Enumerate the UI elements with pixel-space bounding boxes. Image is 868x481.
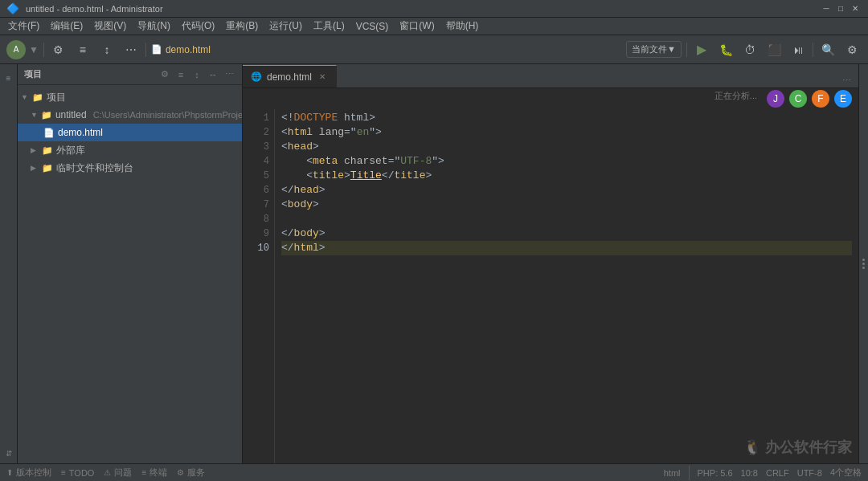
side-icon-2[interactable]: ⇵: [2, 446, 16, 460]
breadcrumb-file-icon: 📄: [151, 44, 162, 55]
panel-action-expand[interactable]: ↔: [207, 68, 219, 81]
code-line-9: </body>: [281, 226, 852, 241]
code-editor[interactable]: <!DOCTYPE html> <html lang="en"> <head> …: [275, 109, 858, 463]
right-collapse-button[interactable]: [858, 64, 868, 463]
tree-arrow-external: ▶: [31, 146, 39, 154]
sort-icon[interactable]: ↕: [97, 40, 117, 59]
status-bar: ⬆ 版本控制 ≡ TODO ⚠ 问题 ≡ 终端 ⚙ 服务 html PHP: 5…: [0, 463, 868, 481]
menu-code[interactable]: 代码(O): [177, 18, 219, 35]
status-bar-right: html PHP: 5.6 10:8 CRLF UTF-8 4个空格: [664, 466, 862, 480]
tree-arrow: ▼: [21, 93, 29, 101]
demo-html-icon: 📄: [43, 127, 55, 138]
status-todo[interactable]: ≡ TODO: [61, 468, 94, 478]
menu-view[interactable]: 视图(V): [89, 18, 131, 35]
tab-file-icon: 🌐: [251, 71, 262, 82]
current-file-dropdown[interactable]: 当前文件▼: [626, 41, 682, 58]
project-panel-actions: ⚙ ≡ ↕ ↔ ⋯: [158, 68, 235, 81]
browser-icon-chrome[interactable]: C: [789, 90, 807, 108]
tree-item-demo-html[interactable]: 📄 demo.html: [18, 124, 242, 141]
editor-info-bar: 正在分析... J C F E: [243, 88, 858, 109]
tab-demo-html[interactable]: 🌐 demo.html ✕: [243, 65, 337, 88]
line-num-2: 2: [248, 125, 269, 140]
search-icon[interactable]: 🔍: [818, 40, 837, 59]
settings-icon[interactable]: ⚙: [49, 40, 68, 59]
status-terminal[interactable]: ≡ 终端: [141, 467, 167, 479]
gear-icon[interactable]: ⚙: [842, 40, 862, 59]
editor-area: 🌐 demo.html ✕ ⋯ 正在分析... J C F E 1: [243, 64, 858, 463]
tree-arrow-temp: ▶: [31, 164, 39, 172]
panel-action-list[interactable]: ≡: [174, 68, 187, 81]
analyzing-status: 正在分析...: [714, 90, 757, 108]
code-line-3: <head>: [281, 140, 852, 154]
menu-window[interactable]: 窗口(W): [395, 18, 439, 35]
coverage-icon[interactable]: ⬛: [764, 40, 784, 59]
run-button[interactable]: ▶: [692, 40, 711, 59]
line-num-4: 4: [248, 154, 269, 169]
editor-content[interactable]: 1 2 3 4 5 6 7 8 9 10 <!DOCTYPE html> <ht…: [243, 109, 858, 463]
terminal-icon: ≡: [141, 468, 146, 477]
browser-icon-jetbrains[interactable]: J: [767, 90, 784, 108]
project-panel-title: 项目: [24, 68, 42, 80]
tree-path-untitled: C:\Users\Administrator\PhpstormProjects\…: [93, 110, 242, 120]
profile-icon[interactable]: ⏱: [740, 40, 760, 59]
run-config-icon[interactable]: ⏯: [788, 40, 808, 59]
external-lib-icon: 📁: [42, 145, 53, 156]
status-vc-label: 版本控制: [16, 467, 51, 479]
toolbar-left: A ▼ ⚙ ≡ ↕ ⋯ 📄 demo.html: [6, 40, 211, 59]
dot3: [862, 267, 865, 269]
toolbar-right: 当前文件▼ ▶ 🐛 ⏱ ⬛ ⏯ 🔍 ⚙: [626, 40, 862, 59]
panel-action-more[interactable]: ⋯: [223, 68, 235, 81]
minimize-button[interactable]: ─: [820, 2, 833, 15]
menu-edit[interactable]: 编辑(E): [46, 18, 88, 35]
tab-close-button[interactable]: ✕: [317, 71, 328, 83]
dot1: [862, 259, 865, 261]
status-php-version: PHP: 5.6: [698, 468, 733, 478]
menu-help[interactable]: 帮助(H): [441, 18, 484, 35]
maximize-button[interactable]: □: [834, 2, 847, 15]
tree-label-untitled: untitled: [55, 109, 87, 120]
project-panel: 项目 ⚙ ≡ ↕ ↔ ⋯ ▼ 📁 项目 ▼ 📁 untitled C:\User…: [18, 64, 243, 463]
browser-icon-edge[interactable]: E: [834, 90, 852, 108]
side-icon-1[interactable]: ≡: [2, 71, 16, 85]
status-terminal-label: 终端: [149, 467, 167, 479]
panel-action-settings[interactable]: ⚙: [158, 68, 171, 81]
status-version-control[interactable]: ⬆ 版本控制: [6, 467, 51, 479]
version-control-icon: ⬆: [6, 468, 13, 477]
project-panel-header: 项目 ⚙ ≡ ↕ ↔ ⋯: [18, 64, 242, 85]
panel-action-sort[interactable]: ↕: [190, 68, 203, 81]
title-bar: 🔷 untitled - demo.html - Administrator ─…: [0, 0, 868, 18]
line-numbers: 1 2 3 4 5 6 7 8 9 10: [243, 109, 275, 463]
code-line-5: <title>Title</title>: [281, 169, 852, 183]
problems-icon: ⚠: [104, 468, 111, 477]
menu-run[interactable]: 运行(U): [264, 18, 307, 35]
status-todo-label: TODO: [69, 468, 95, 478]
toolbar-separator-1: [43, 43, 44, 57]
tree-item-temp-files[interactable]: ▶ 📁 临时文件和控制台: [18, 159, 242, 177]
code-line-6: </head>: [281, 183, 852, 198]
list-icon[interactable]: ≡: [73, 40, 92, 59]
menu-navigate[interactable]: 导航(N): [133, 18, 175, 35]
services-icon: ⚙: [177, 468, 184, 477]
breadcrumb: A ▼: [6, 40, 39, 59]
tab-bar-more[interactable]: ⋯: [839, 73, 854, 88]
menu-tools[interactable]: 工具(L): [309, 18, 350, 35]
line-num-3: 3: [248, 140, 269, 154]
menu-file[interactable]: 文件(F): [3, 18, 44, 35]
debug-icon[interactable]: 🐛: [716, 40, 735, 59]
tab-bar-tabs: 🌐 demo.html ✕: [243, 65, 337, 88]
tree-item-project-root[interactable]: ▼ 📁 项目: [18, 88, 242, 106]
code-line-2: <html lang="en">: [281, 125, 852, 140]
close-button[interactable]: ✕: [849, 2, 862, 15]
tree-item-untitled[interactable]: ▼ 📁 untitled C:\Users\Administrator\Phps…: [18, 106, 242, 124]
avatar[interactable]: A: [6, 40, 26, 59]
line-num-8: 8: [248, 212, 269, 226]
browser-icon-firefox[interactable]: F: [812, 90, 829, 108]
status-problems[interactable]: ⚠ 问题: [104, 467, 132, 479]
menu-vcs[interactable]: VCS(S): [351, 19, 394, 34]
tree-item-external-lib[interactable]: ▶ 📁 外部库: [18, 141, 242, 159]
status-services[interactable]: ⚙ 服务: [177, 467, 205, 479]
more-icon[interactable]: ⋯: [121, 40, 141, 59]
status-indent: 4个空格: [830, 467, 862, 479]
menu-refactor[interactable]: 重构(B): [221, 18, 263, 35]
title-bar-left: 🔷 untitled - demo.html - Administrator: [6, 2, 163, 14]
